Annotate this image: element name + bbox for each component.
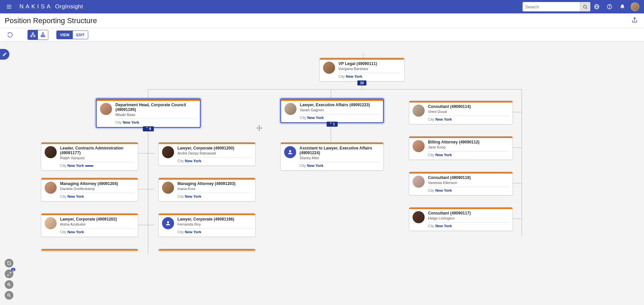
hamburger-icon	[6, 4, 12, 10]
globe-icon	[594, 4, 600, 10]
sync-icon	[7, 261, 11, 265]
card-person: Jane Koop	[428, 145, 509, 149]
zoom-in-button[interactable]	[5, 280, 13, 289]
move-cursor-icon	[256, 125, 262, 131]
org-card[interactable]: Billing Attorney (49090112)Jane KoopCity…	[409, 136, 513, 160]
page-header: Position Reporting Structure	[0, 13, 644, 28]
menu-button[interactable]	[5, 2, 13, 11]
share-icon	[631, 17, 638, 23]
svg-rect-17	[42, 33, 44, 34]
org-card-selected[interactable]: Lawyer, Executive Affairs (49091223) Sar…	[280, 99, 384, 123]
app-bar: NAKISA OrgInsight	[0, 0, 644, 13]
card-title: VP Legal (49090111)	[338, 62, 401, 66]
card-person: André Dessy Ratnawati	[177, 151, 252, 155]
svg-rect-10	[32, 33, 34, 34]
mode-view-button[interactable]: VIEW	[57, 31, 73, 39]
avatar-placeholder-icon	[162, 217, 174, 229]
card-meta: City New York	[177, 230, 252, 234]
brand-product: OrgInsight	[55, 3, 83, 10]
edit-drawer-toggle[interactable]	[0, 49, 9, 60]
zoom-in-icon	[7, 282, 11, 287]
svg-rect-19	[42, 36, 43, 37]
card-meta: City New York	[177, 159, 252, 163]
avatar	[413, 176, 425, 188]
language-button[interactable]	[590, 4, 603, 10]
expand-children-button[interactable]: 10	[357, 80, 366, 85]
org-card[interactable]: Lawyer, Corporate (49091202)Aïsha Azubui…	[41, 213, 138, 237]
card-person: Stacey Alter	[300, 156, 380, 160]
avatar	[162, 182, 174, 194]
card-person: Misaki Baas	[115, 113, 197, 117]
svg-rect-20	[44, 36, 45, 37]
notifications-button[interactable]	[616, 4, 629, 10]
svg-point-28	[289, 150, 291, 152]
expand-icon	[7, 272, 11, 276]
card-title: Lawyer, Corporate (49091196)	[177, 217, 252, 222]
search-button[interactable]	[580, 2, 590, 11]
svg-line-32	[9, 285, 10, 286]
help-icon	[606, 4, 612, 10]
card-title: Consultant (49090117)	[428, 211, 509, 216]
card-title: Lawyer, Corporate (49091202)	[60, 217, 135, 222]
card-meta: City New York	[60, 164, 135, 168]
org-card-partial[interactable]	[158, 249, 256, 251]
card-meta: City New York	[428, 224, 509, 228]
search-input[interactable]	[523, 2, 580, 11]
org-card[interactable]: Consultant (49090117)Helga LexingtonCity…	[409, 207, 513, 231]
mode-toggle: VIEW EDIT	[56, 30, 88, 39]
card-person: Helga Lexington	[428, 216, 509, 220]
zoom-out-button[interactable]	[5, 291, 13, 300]
card-person: Gergana Barshaw	[338, 67, 401, 71]
hierarchy-icon	[30, 32, 36, 38]
user-avatar[interactable]	[631, 2, 639, 11]
org-card[interactable]: Lawyer, Corporate (49091196)Fernanda Roy…	[158, 213, 256, 237]
help-button[interactable]	[603, 4, 616, 10]
card-title: Leader, Contracts Administration (490911…	[60, 146, 135, 156]
refresh-icon	[7, 32, 13, 38]
sync-button[interactable]	[5, 259, 13, 267]
org-card-partial[interactable]	[41, 249, 138, 251]
progress-indicator	[85, 165, 93, 167]
refresh-button[interactable]	[5, 30, 15, 40]
svg-point-27	[167, 221, 169, 223]
share-button[interactable]	[631, 17, 639, 25]
zoom-out-icon	[7, 293, 11, 298]
layout-toggle	[28, 30, 48, 40]
card-meta: City New York	[60, 194, 135, 198]
org-card-selected[interactable]: Department Head, Corporate Council (4909…	[96, 99, 201, 128]
svg-rect-12	[34, 36, 35, 37]
org-chart-canvas[interactable]: ⋮ VP Legal (49090111) Gergana Barshaw Ci…	[0, 42, 644, 305]
collapse-children-button[interactable]: ⌃1	[327, 122, 338, 127]
avatar	[323, 62, 335, 74]
org-card[interactable]: Consultant (49090118)Vanessa EllensonCit…	[409, 172, 513, 195]
avatar	[100, 103, 112, 115]
org-card[interactable]: Consultant (49090114)Vreni DuvalCity New…	[409, 101, 513, 124]
layout-grid-button[interactable]	[38, 30, 48, 40]
search-box	[523, 2, 590, 11]
mode-edit-button[interactable]: EDIT	[73, 31, 88, 39]
svg-rect-18	[41, 36, 42, 37]
org-card[interactable]: Lawyer, Corporate (49091200)André Dessy …	[158, 142, 256, 166]
card-title: Lawyer, Corporate (49091200)	[177, 146, 252, 151]
avatar	[45, 217, 57, 229]
layout-hierarchy-button[interactable]	[28, 30, 38, 40]
avatar	[413, 140, 425, 152]
card-meta: City New York	[115, 120, 197, 124]
org-card[interactable]: Managing Attorney (49091203)Ioana KootCi…	[158, 178, 256, 201]
card-meta: City New York	[60, 230, 135, 234]
card-title: Billing Attorney (49090112)	[428, 140, 509, 145]
card-meta: City New York	[428, 117, 509, 121]
avatar	[162, 146, 174, 158]
org-card[interactable]: Managing Attorney (49091204)Daniela Grei…	[41, 178, 138, 201]
collapse-children-button[interactable]: ⌃9	[143, 126, 154, 131]
card-person: Aïsha Azubuike	[60, 222, 135, 226]
pencil-icon	[2, 52, 7, 57]
org-card[interactable]: Assistant to Lawyer, Executive Affairs (…	[280, 142, 384, 171]
card-meta: City New York	[428, 188, 509, 192]
org-card-root[interactable]: VP Legal (49090111) Gergana Barshaw City…	[319, 58, 405, 81]
card-person: Vreni Duval	[428, 110, 509, 114]
avatar	[413, 105, 425, 117]
expand-badge: 2	[11, 268, 15, 271]
page-title: Position Reporting Structure	[5, 16, 97, 25]
bell-icon	[620, 4, 625, 10]
